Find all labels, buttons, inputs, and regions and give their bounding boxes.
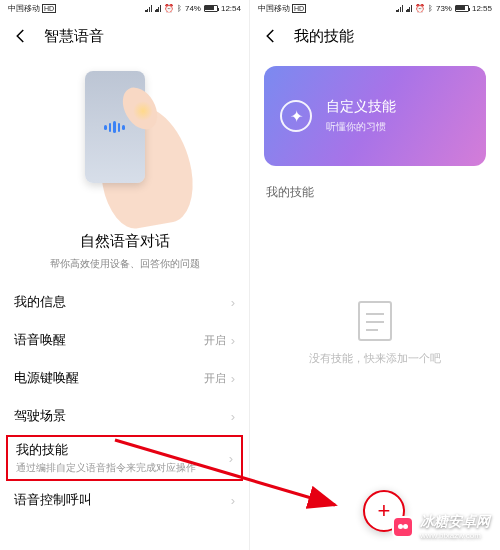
header: 我的技能: [250, 16, 500, 56]
list-item-my-info[interactable]: 我的信息 ›: [14, 283, 235, 321]
empty-state: 没有技能，快来添加一个吧: [250, 301, 500, 366]
settings-list: 我的信息 › 语音唤醒 开启› 电源键唤醒 开启› 驾驶场景 › 我的技能 通过…: [0, 283, 249, 519]
back-icon[interactable]: [262, 27, 280, 45]
card-title: 自定义技能: [326, 98, 396, 116]
status-bar: 中国移动 HD ⏰ ᛒ 73% 12:55: [250, 0, 500, 16]
carrier-label: 中国移动: [8, 3, 40, 14]
list-item-label: 电源键唤醒: [14, 370, 79, 387]
watermark-url: www.btxazw.com: [420, 531, 490, 540]
battery-icon: [455, 5, 469, 12]
signal-icon: [145, 5, 151, 12]
hd-badge: HD: [292, 4, 306, 13]
bluetooth-icon: ᛒ: [177, 4, 182, 13]
chevron-right-icon: ›: [231, 409, 235, 424]
chevron-right-icon: ›: [229, 451, 233, 466]
clock: 12:55: [472, 4, 492, 13]
list-item-sub: 通过编排自定义语音指令来完成对应操作: [16, 461, 224, 474]
signal-icon: [406, 5, 412, 12]
alarm-icon: ⏰: [164, 4, 174, 13]
watermark: 冰糖安卓网 www.btxazw.com: [392, 513, 490, 540]
battery-pct: 74%: [185, 4, 201, 13]
watermark-logo-icon: [392, 516, 414, 538]
hero-illustration: [0, 56, 249, 226]
carrier-label: 中国移动: [258, 3, 290, 14]
chevron-right-icon: ›: [231, 333, 235, 348]
hero-title: 自然语音对话: [0, 232, 249, 251]
list-item-label: 驾驶场景: [14, 408, 66, 425]
chevron-right-icon: ›: [231, 295, 235, 310]
screen-smart-voice: 中国移动 HD ⏰ ᛒ 74% 12:54 智慧语音: [0, 0, 250, 550]
document-icon: [358, 301, 392, 341]
status-bar: 中国移动 HD ⏰ ᛒ 74% 12:54: [0, 0, 249, 16]
signal-icon: [155, 5, 161, 12]
hd-badge: HD: [42, 4, 56, 13]
list-item-voice-wakeup[interactable]: 语音唤醒 开启›: [14, 321, 235, 359]
card-subtitle: 听懂你的习惯: [326, 120, 396, 134]
list-item-voice-call-control[interactable]: 语音控制呼叫 ›: [14, 481, 235, 519]
list-item-power-wakeup[interactable]: 电源键唤醒 开启›: [14, 359, 235, 397]
list-item-my-skills[interactable]: 我的技能 通过编排自定义语音指令来完成对应操作 ›: [6, 435, 243, 481]
battery-icon: [204, 5, 218, 12]
magic-wand-icon: ✦: [280, 100, 312, 132]
chevron-right-icon: ›: [231, 371, 235, 386]
list-item-driving-scene[interactable]: 驾驶场景 ›: [14, 397, 235, 435]
empty-text: 没有技能，快来添加一个吧: [250, 351, 500, 366]
watermark-text: 冰糖安卓网: [420, 513, 490, 531]
list-item-label: 我的信息: [14, 294, 66, 311]
signal-icon: [396, 5, 402, 12]
page-title: 我的技能: [294, 27, 354, 46]
custom-skill-card[interactable]: ✦ 自定义技能 听懂你的习惯: [264, 66, 486, 166]
clock: 12:54: [221, 4, 241, 13]
list-item-label: 我的技能: [16, 442, 224, 459]
header: 智慧语音: [0, 16, 249, 56]
list-item-value: 开启: [204, 371, 226, 386]
sound-wave-icon: [104, 121, 125, 133]
screen-my-skills: 中国移动 HD ⏰ ᛒ 73% 12:55 我的技能 ✦ 自定义技能 听懂你的习…: [250, 0, 500, 550]
list-item-value: 开启: [204, 333, 226, 348]
battery-pct: 73%: [436, 4, 452, 13]
chevron-right-icon: ›: [231, 493, 235, 508]
list-item-label: 语音控制呼叫: [14, 492, 92, 509]
back-icon[interactable]: [12, 27, 30, 45]
alarm-icon: ⏰: [415, 4, 425, 13]
page-title: 智慧语音: [44, 27, 104, 46]
section-label: 我的技能: [250, 176, 500, 201]
plus-icon: +: [378, 498, 391, 524]
hero-subtitle: 帮你高效使用设备、回答你的问题: [0, 257, 249, 271]
list-item-label: 语音唤醒: [14, 332, 66, 349]
bluetooth-icon: ᛒ: [428, 4, 433, 13]
